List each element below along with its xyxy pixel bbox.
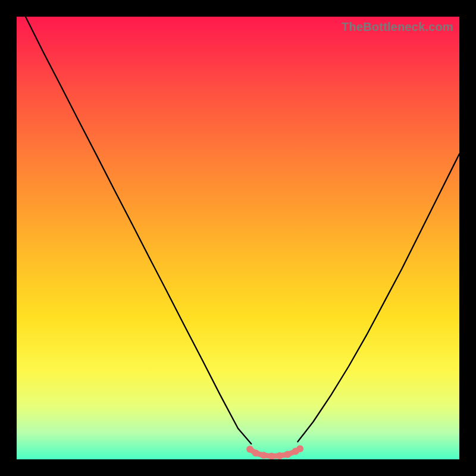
marker-dot	[260, 452, 267, 459]
marker-dot	[246, 446, 253, 453]
marker-dot	[252, 450, 259, 457]
marker-dot	[296, 445, 303, 452]
marker-dot	[276, 452, 283, 459]
plot-area: TheBottleneck.com	[17, 17, 459, 459]
chart-svg	[17, 17, 459, 459]
chart-frame: TheBottleneck.com	[0, 0, 476, 476]
curve-right-curve	[298, 154, 459, 442]
curve-left-curve	[26, 17, 251, 444]
marker-dot	[284, 451, 291, 458]
